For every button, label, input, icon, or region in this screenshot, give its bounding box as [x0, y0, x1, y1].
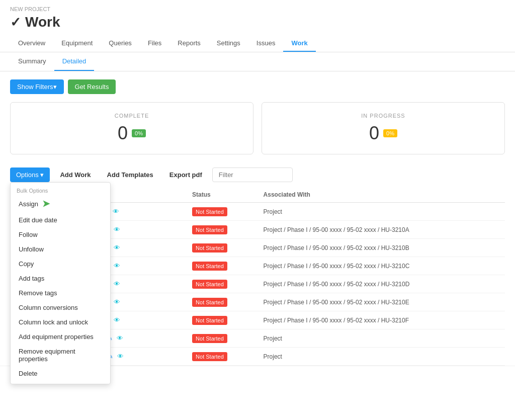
in-progress-value: 0 — [369, 123, 379, 144]
nav-tab-reports[interactable]: Reports — [169, 35, 209, 52]
options-button[interactable]: Options ▾ — [10, 167, 50, 182]
associated-with-text: Project — [264, 208, 282, 215]
status-badge: Not Started — [192, 334, 227, 343]
status-badge: Not Started — [192, 262, 227, 271]
bulk-options-section-label: Bulk Options — [11, 186, 110, 195]
complete-stat-card: COMPLETE 0 0% — [10, 102, 253, 154]
eye-icon[interactable]: 👁 — [114, 316, 120, 324]
complete-value: 0 — [118, 123, 128, 144]
main-nav: Overview Equipment Queries Files Reports… — [10, 35, 505, 52]
status-badge: Not Started — [192, 298, 227, 307]
add-templates-button[interactable]: Add Templates — [101, 167, 159, 182]
status-badge: Not Started — [192, 316, 227, 325]
new-project-label: NEW PROJECT — [10, 6, 505, 12]
page-title: Work — [25, 14, 60, 30]
dropdown-item-edit-due-date[interactable]: Edit due date — [11, 213, 110, 227]
associated-with-text: Project / Phase I / 95-00 xxxx / 95-02 x… — [264, 299, 409, 306]
col-header-status: Status — [187, 187, 258, 203]
associated-with-text: Project — [264, 353, 282, 360]
associated-with-text: Project / Phase I / 95-00 xxxx / 95-02 x… — [264, 263, 410, 270]
eye-icon[interactable]: 👁 — [114, 244, 120, 251]
status-badge: Not Started — [192, 352, 227, 361]
eye-icon[interactable]: 👁 — [114, 262, 120, 270]
nav-tab-overview[interactable]: Overview — [10, 35, 53, 52]
col-header-associated: Associated With — [259, 187, 505, 203]
complete-label: COMPLETE — [21, 113, 243, 119]
dropdown-item-column-conversions[interactable]: Column conversions — [11, 300, 110, 315]
nav-tab-queries[interactable]: Queries — [101, 35, 140, 52]
in-progress-badge: 0% — [383, 129, 397, 137]
show-filters-button[interactable]: Show Filters▾ — [10, 79, 64, 94]
eye-icon[interactable]: 👁 — [114, 298, 120, 306]
eye-icon[interactable]: 👁 — [114, 226, 120, 233]
status-badge: Not Started — [192, 207, 227, 216]
eye-icon[interactable]: 👁 — [117, 334, 123, 342]
filter-area: Show Filters▾ Get Results — [0, 71, 515, 102]
in-progress-stat-card: IN PROGRESS 0 0% — [262, 102, 505, 154]
associated-with-text: Project / Phase I / 95-00 xxxx / 95-02 x… — [264, 281, 410, 288]
bulk-options-dropdown: Bulk Options Assign ➤ Edit due date Foll… — [10, 182, 111, 384]
dropdown-item-delete[interactable]: Delete — [11, 366, 110, 381]
nav-tab-work[interactable]: Work — [283, 35, 315, 52]
associated-with-text: Project / Phase I / 95-00 xxxx / 95-02 x… — [264, 244, 409, 251]
associated-with-text: Project / Phase I / 95-00 xxxx / 95-02 x… — [264, 317, 409, 324]
sub-tab-detailed[interactable]: Detailed — [54, 52, 95, 71]
dropdown-item-add-tags[interactable]: Add tags — [11, 271, 110, 286]
sub-tab-summary[interactable]: Summary — [10, 52, 54, 71]
dropdown-item-copy[interactable]: Copy — [11, 257, 110, 271]
nav-tab-issues[interactable]: Issues — [248, 35, 284, 52]
status-badge: Not Started — [192, 225, 227, 234]
dropdown-item-unfollow[interactable]: Unfollow — [11, 242, 110, 257]
dropdown-item-follow[interactable]: Follow — [11, 227, 110, 242]
eye-icon[interactable]: 👁 — [113, 208, 119, 215]
dropdown-item-remove-equipment[interactable]: Remove equipment properties — [11, 344, 110, 366]
dropdown-item-column-lock[interactable]: Column lock and unlock — [11, 315, 110, 329]
dropdown-item-add-equipment[interactable]: Add equipment properties — [11, 329, 110, 344]
nav-tab-equipment[interactable]: Equipment — [53, 35, 101, 52]
eye-icon[interactable]: 👁 — [114, 280, 120, 288]
dropdown-item-assign[interactable]: Assign ➤ — [11, 195, 110, 213]
options-dropdown-container: Options ▾ Bulk Options Assign ➤ Edit due… — [10, 167, 50, 182]
get-results-button[interactable]: Get Results — [68, 79, 116, 94]
filter-input[interactable] — [212, 167, 293, 182]
stats-row: COMPLETE 0 0% IN PROGRESS 0 0% — [0, 102, 515, 162]
dropdown-item-remove-tags[interactable]: Remove tags — [11, 286, 110, 300]
sub-tabs-container: Summary Detailed — [0, 52, 515, 71]
status-badge: Not Started — [192, 280, 227, 289]
add-work-button[interactable]: Add Work — [54, 167, 97, 182]
work-toolbar: Options ▾ Bulk Options Assign ➤ Edit due… — [0, 162, 515, 187]
status-badge: Not Started — [192, 243, 227, 253]
nav-tab-files[interactable]: Files — [140, 35, 169, 52]
complete-badge: 0% — [132, 129, 146, 137]
eye-icon[interactable]: 👁 — [117, 353, 124, 360]
in-progress-label: IN PROGRESS — [272, 113, 494, 119]
check-icon: ✓ — [10, 15, 21, 30]
assign-arrow-icon: ➤ — [42, 198, 50, 209]
nav-tab-settings[interactable]: Settings — [209, 35, 248, 52]
associated-with-text: Project — [264, 335, 282, 342]
associated-with-text: Project / Phase I / 95-00 xxxx / 95-02 x… — [264, 226, 409, 233]
export-pdf-button[interactable]: Export pdf — [163, 167, 208, 182]
